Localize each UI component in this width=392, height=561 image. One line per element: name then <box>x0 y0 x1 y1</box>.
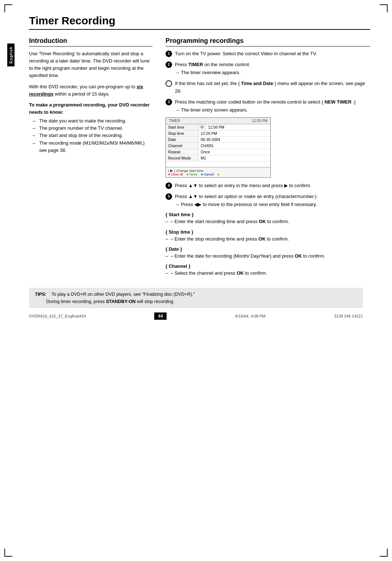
step-2-prefix: Press <box>175 62 188 67</box>
footer-file: DVDR610_615_37_Engfinal434 <box>29 314 86 318</box>
introduction-heading: Introduction <box>29 37 152 47</box>
timer-row-repeat: Repeat Once <box>166 149 270 155</box>
tips-label: TIPS: <box>35 292 46 297</box>
page-title: Timer Recording <box>29 15 370 30</box>
step-4: 4 Press ▲▼ to select an entry in the men… <box>166 182 370 189</box>
footer-product-code: 3139 246 14221 <box>334 314 363 318</box>
footer-date: 8/16/04, 4:08 PM <box>235 314 266 318</box>
page-number-box: 44 <box>154 312 166 320</box>
step-1-body: Turn on the TV power. Select the correct… <box>175 50 370 57</box>
timer-footer-top: ( ▶ ) Change start time <box>168 169 268 173</box>
step-4-body: Press ▲▼ to select an entry in the menu … <box>175 182 370 189</box>
timer-value-start: 11:56 PM <box>206 124 270 130</box>
timer-row-channel: Channel CH/001 <box>166 143 270 149</box>
timer-row-empty <box>166 161 270 167</box>
start-time-text: – Enter the start recording time and pre… <box>166 218 370 225</box>
tips-line2-bold: STANDBY-ON <box>106 299 136 304</box>
step-3-bold: NEW TIMER <box>324 99 351 105</box>
tips-line2-suffix: will stop recording. <box>136 299 175 304</box>
step-bullet-prefix: If the time has not set yet, the { <box>175 81 241 86</box>
start-time-heading: { Start time } <box>166 212 370 217</box>
list-item: The program number of the TV channel. <box>33 125 152 132</box>
timer-row-date: Date 06-30-2004 <box>166 137 270 143</box>
corner-decoration-bl <box>4 549 12 557</box>
timer-row-record: Record Mode M1 <box>166 155 270 161</box>
step-3-arrow: The timer entry screen appears. <box>175 106 370 114</box>
timer-label-channel: Channel <box>166 143 199 149</box>
timer-row-stop: Stop time 12:26 PM <box>166 130 270 137</box>
step-3-suffix: .} <box>351 99 356 105</box>
btn-extra: ● <box>217 173 219 176</box>
bold-heading-text: To make a programmed recording, your DVD… <box>29 101 152 116</box>
channel-text: – Select the channel and press OK to con… <box>166 270 370 277</box>
timer-label-repeat: Repeat <box>166 149 199 155</box>
step-5-body: Press ▲▼ to select an option or make an … <box>175 193 370 208</box>
timer-icon-start: ⊙ <box>199 124 206 130</box>
timer-value-record: M1 <box>199 155 270 161</box>
left-column: Introduction Use 'Timer Recording' to au… <box>29 37 152 277</box>
step-3-body: Press the matching color coded button on… <box>175 98 370 114</box>
timer-clock: 11:55 PM <box>252 119 268 123</box>
timer-screen-header: TIMER 11:55 PM <box>166 118 270 124</box>
timer-value-channel: CH/001 <box>199 143 270 149</box>
intro-para2: With this DVD recorder, you can pre-prog… <box>29 83 152 98</box>
timer-value-date: 06-30-2004 <box>199 137 270 142</box>
timer-label-date: Date <box>166 137 199 142</box>
step-3-prefix: Press the matching color coded button on… <box>175 99 324 105</box>
timer-screen-footer: ( ▶ ) Change start time ● Clear all ● St… <box>166 167 270 177</box>
timer-label-stop: Stop time <box>166 130 199 136</box>
list-item: The start and stop time of the recording… <box>33 132 152 139</box>
step-4-number: 4 <box>166 182 172 189</box>
list-item: The date you want to make the recording. <box>33 117 152 125</box>
step-bullet-bold: Time and Date <box>241 81 273 86</box>
date-heading: { Date } <box>166 246 370 252</box>
programming-heading: Programming recordings <box>166 37 370 47</box>
step-3-number: 3 <box>166 99 172 105</box>
step-5: 5 Press ▲▼ to select an option or make a… <box>166 193 370 208</box>
btn-clear: ● Clear all <box>168 173 183 176</box>
timer-footer-buttons: ● Clear all ● Store ● Cancel ● <box>168 173 268 176</box>
step-2-body: Press TIMER on the remote control. The t… <box>175 61 370 76</box>
step-1-number: 1 <box>166 51 172 57</box>
right-column: Programming recordings 1 Turn on the TV … <box>166 37 370 277</box>
step-3: 3 Press the matching color coded button … <box>166 98 370 114</box>
page-footer: DVDR610_615_37_Engfinal434 44 8/16/04, 4… <box>29 312 363 320</box>
stop-time-text: – Enter the stop recording time and pres… <box>166 235 370 243</box>
timer-label-record: Record Mode <box>166 155 199 161</box>
step-2-suffix: on the remote control. <box>203 62 250 67</box>
btn-cancel: ● Cancel <box>201 173 214 176</box>
step-4-text: Press ▲▼ to select an entry in the menu … <box>175 183 311 188</box>
timer-label-start: Start time <box>166 124 199 130</box>
step-1: 1 Turn on the TV power. Select the corre… <box>166 50 370 57</box>
btn-store: ● Store <box>187 173 197 176</box>
timer-label: TIMER <box>169 119 180 123</box>
date-text: – Enter the date for recording (Month/ D… <box>166 253 370 260</box>
step-2-bold: TIMER <box>188 62 203 67</box>
tips-line1: To play a DVD+R on other DVD players, se… <box>52 292 195 297</box>
step-bullet-icon: ● <box>166 80 172 87</box>
step-2-number: 2 <box>166 61 172 68</box>
timer-value-stop: 12:26 PM <box>199 130 270 136</box>
list-item: The recording mode (M1/M2/M2x/M3/ M4/M6/… <box>33 140 152 154</box>
timer-row-start: Start time ⊙ 11:56 PM <box>166 124 270 130</box>
step-5-number: 5 <box>166 193 172 200</box>
step-5-text: Press ▲▼ to select an option or make an … <box>175 194 317 199</box>
timer-screen-mockup: TIMER 11:55 PM Start time ⊙ 11:56 PM Sto… <box>166 117 271 178</box>
channel-heading: { Channel } <box>166 263 370 269</box>
step-bullet: ● If the time has not set yet, the { Tim… <box>166 80 370 94</box>
step-bullet-body: If the time has not set yet, the { Time … <box>175 80 370 94</box>
step-2-arrow: The timer overview appears. <box>175 69 370 76</box>
corner-decoration-br <box>380 549 388 557</box>
intro-para1: Use 'Timer Recording' to automatically s… <box>29 50 152 80</box>
requirements-list: The date you want to make the recording.… <box>29 117 152 154</box>
step-5-arrow: Press ◀▶ to move to the previous or next… <box>175 201 370 208</box>
timer-value-repeat: Once <box>199 149 270 155</box>
stop-time-heading: { Stop time } <box>166 229 370 235</box>
step-2: 2 Press TIMER on the remote control. The… <box>166 61 370 76</box>
tips-line2-prefix: During timer recording, press <box>46 299 106 304</box>
tips-bar: TIPS: To play a DVD+R on other DVD playe… <box>29 288 363 308</box>
step-1-text: Turn on the TV power. Select the correct… <box>175 51 317 56</box>
